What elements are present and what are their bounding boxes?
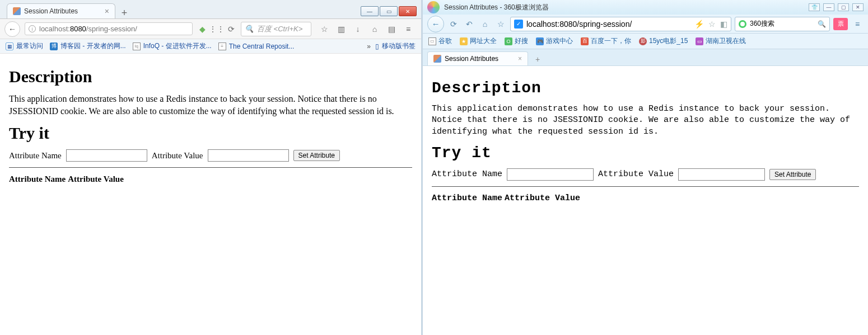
close-button[interactable]: ✕ bbox=[852, 3, 864, 11]
label-attr-name: Attribute Name bbox=[9, 151, 62, 161]
input-attr-name[interactable] bbox=[66, 149, 147, 162]
search-icon: 🔍 bbox=[245, 25, 254, 33]
bookmark-yc[interactable]: 影15yc电影_15 bbox=[639, 36, 688, 46]
bookmark-haosou[interactable]: O好搜 bbox=[505, 36, 528, 46]
addr-icons: ⚡ ☆ ◧ bbox=[694, 20, 727, 29]
tab-title: Session Attributes bbox=[445, 55, 498, 63]
heading-description: Description bbox=[9, 67, 412, 86]
window-controls: — ▭ ✕ bbox=[361, 6, 419, 16]
bookmark-most-visited[interactable]: ▦最常访问 bbox=[6, 41, 43, 51]
bookmark-cnblogs[interactable]: 博博客园 - 开发者的网... bbox=[50, 41, 126, 51]
divider bbox=[9, 167, 412, 168]
close-tab-icon[interactable]: × bbox=[105, 7, 109, 15]
ticket-icon[interactable]: 票 bbox=[833, 18, 848, 30]
window-title: Session Attributes - 360极速浏览器 bbox=[444, 3, 549, 12]
chevron-right-icon[interactable]: » bbox=[367, 43, 371, 50]
page-favicon bbox=[433, 55, 441, 63]
set-attribute-button[interactable]: Set Attribute bbox=[769, 169, 816, 180]
tv-icon: ▭ bbox=[696, 37, 703, 45]
flash-icon[interactable]: ⚡ bbox=[694, 20, 704, 29]
close-tab-icon[interactable]: × bbox=[518, 55, 522, 63]
star-icon[interactable]: ☆ bbox=[494, 18, 507, 30]
search-engine-icon bbox=[739, 20, 746, 28]
search-placeholder: 百度 <Ctrl+K> bbox=[257, 24, 302, 34]
bookmark-star-icon[interactable]: ☆ bbox=[319, 24, 329, 34]
table-header: Attribute Name Attribute Value bbox=[432, 194, 859, 203]
maximize-button[interactable]: ▢ bbox=[838, 3, 849, 11]
input-attr-value[interactable] bbox=[208, 149, 289, 162]
bookmark-central[interactable]: ≡The Central Reposit... bbox=[218, 43, 295, 50]
firefox-tab[interactable]: Session Attributes × bbox=[7, 3, 115, 18]
input-attr-name[interactable] bbox=[507, 168, 594, 181]
b360-navbar: ← ⟳ ↶ ⌂ ☆ ✓ localhost:8080/spring-sessio… bbox=[423, 15, 868, 34]
bookmark-guge[interactable]: ▭谷歌 bbox=[428, 36, 452, 46]
b360-window: Session Attributes - 360极速浏览器 👕 — ▢ ✕ ← … bbox=[423, 0, 868, 335]
haosou-icon: O bbox=[505, 37, 512, 45]
shield-icon[interactable]: ◆ bbox=[197, 24, 207, 34]
bookmark-hunan[interactable]: ▭湖南卫视在线 bbox=[696, 36, 746, 46]
description-text: This application demonstrates how to use… bbox=[9, 93, 412, 117]
home-icon[interactable]: ⌂ bbox=[479, 18, 491, 30]
sidebar-icon[interactable]: ▤ bbox=[386, 24, 396, 34]
undo-icon[interactable]: ↶ bbox=[463, 18, 475, 30]
minimize-button[interactable]: — bbox=[823, 3, 834, 11]
b360-bookmarks-bar: ▭谷歌 ★网址大全 O好搜 🎮游戏中心 百百度一下，你 影15yc电影_15 ▭… bbox=[423, 34, 868, 49]
new-tab-button[interactable]: + bbox=[119, 7, 130, 18]
page-icon: ▭ bbox=[428, 37, 436, 45]
square-icon: ▦ bbox=[6, 43, 13, 50]
skin-icon[interactable]: 👕 bbox=[809, 3, 820, 11]
menu-icon[interactable]: ≡ bbox=[851, 18, 864, 30]
reload-icon[interactable]: ⟳ bbox=[226, 24, 236, 34]
bookmarks-right: » ▯移动版书签 bbox=[367, 41, 416, 51]
library-icon[interactable]: ▥ bbox=[336, 24, 346, 34]
input-attr-value[interactable] bbox=[678, 168, 765, 181]
b360-titlebar: Session Attributes - 360极速浏览器 👕 — ▢ ✕ bbox=[423, 0, 868, 15]
bookmark-yxzx[interactable]: 🎮游戏中心 bbox=[536, 36, 573, 46]
site-info-icon[interactable]: i bbox=[29, 25, 36, 32]
bookmark-mobile[interactable]: ▯移动版书签 bbox=[375, 41, 416, 51]
label-attr-name: Attribute Name bbox=[432, 169, 502, 179]
back-button[interactable]: ← bbox=[427, 16, 444, 32]
bookmark-wzdq[interactable]: ★网址大全 bbox=[460, 36, 497, 46]
page-content-right: Description This application demonstrate… bbox=[423, 66, 868, 335]
label-attr-value: Attribute Value bbox=[598, 169, 674, 179]
heading-tryit: Try it bbox=[9, 124, 412, 143]
firefox-navbar: ← i localhost:8080/spring-session/ ◆ ⋮⋮ … bbox=[0, 19, 421, 39]
minimize-button[interactable]: — bbox=[361, 6, 379, 16]
compat-icon[interactable]: ◧ bbox=[720, 20, 727, 29]
cnblogs-icon: 博 bbox=[50, 43, 58, 50]
star2-icon[interactable]: ☆ bbox=[708, 20, 716, 29]
b360-logo-icon bbox=[427, 1, 440, 13]
tab-title: Session Attributes bbox=[24, 7, 78, 15]
back-button[interactable]: ← bbox=[4, 21, 20, 37]
home-icon[interactable]: ⌂ bbox=[370, 24, 380, 34]
page-favicon bbox=[13, 7, 21, 15]
mobile-icon: ▯ bbox=[375, 43, 379, 50]
heading-tryit: Try it bbox=[432, 144, 859, 162]
infoq-icon: Iq bbox=[133, 43, 141, 50]
bookmark-infoq[interactable]: IqInfoQ - 促进软件开发... bbox=[133, 41, 212, 51]
firefox-window: Session Attributes × + — ▭ ✕ ← i localho… bbox=[0, 0, 423, 335]
star-icon: ★ bbox=[460, 37, 468, 45]
close-window-button[interactable]: ✕ bbox=[399, 6, 417, 16]
search-text: 360搜索 bbox=[750, 19, 774, 29]
address-bar[interactable]: ✓ localhost:8080/spring-session/ ⚡ ☆ ◧ bbox=[510, 17, 731, 31]
magnifier-icon[interactable]: 🔍 bbox=[818, 20, 826, 28]
maximize-button[interactable]: ▭ bbox=[380, 6, 398, 16]
address-bar[interactable]: i localhost:8080/spring-session/ bbox=[25, 22, 193, 35]
url-text: localhost:8080/spring-session/ bbox=[526, 20, 632, 29]
th-value: Attribute Value bbox=[68, 174, 124, 184]
set-attribute-button[interactable]: Set Attribute bbox=[293, 150, 340, 161]
menu-icon[interactable]: ≡ bbox=[403, 24, 413, 34]
doc-icon: ≡ bbox=[218, 43, 226, 50]
b360-tab[interactable]: Session Attributes × bbox=[427, 51, 528, 65]
search-bar[interactable]: 360搜索 🔍 bbox=[735, 17, 830, 31]
reload-icon[interactable]: ⟳ bbox=[447, 18, 460, 30]
downloads-icon[interactable]: ↓ bbox=[353, 24, 363, 34]
bookmark-baidu[interactable]: 百百度一下，你 bbox=[581, 36, 631, 46]
yc-icon: 影 bbox=[639, 37, 647, 45]
search-bar[interactable]: 🔍 百度 <Ctrl+K> bbox=[241, 22, 311, 36]
new-tab-button[interactable]: + bbox=[531, 53, 544, 65]
firefox-tabbar: Session Attributes × + — ▭ ✕ bbox=[0, 0, 421, 19]
grid-icon[interactable]: ⋮⋮ bbox=[212, 24, 222, 34]
